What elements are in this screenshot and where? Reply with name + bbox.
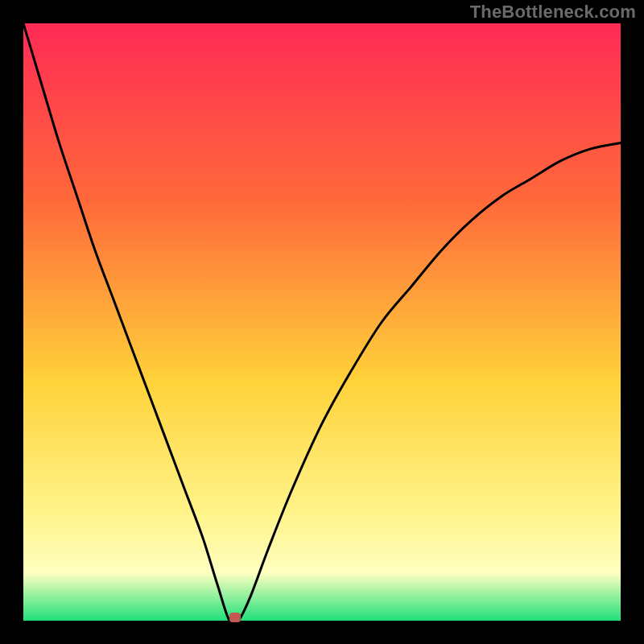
- bottleneck-plot: [23, 23, 621, 621]
- plot-background: [23, 23, 621, 621]
- chart-frame: TheBottleneck.com: [0, 0, 644, 644]
- optimal-point-marker: [229, 613, 241, 622]
- watermark-text: TheBottleneck.com: [470, 2, 636, 23]
